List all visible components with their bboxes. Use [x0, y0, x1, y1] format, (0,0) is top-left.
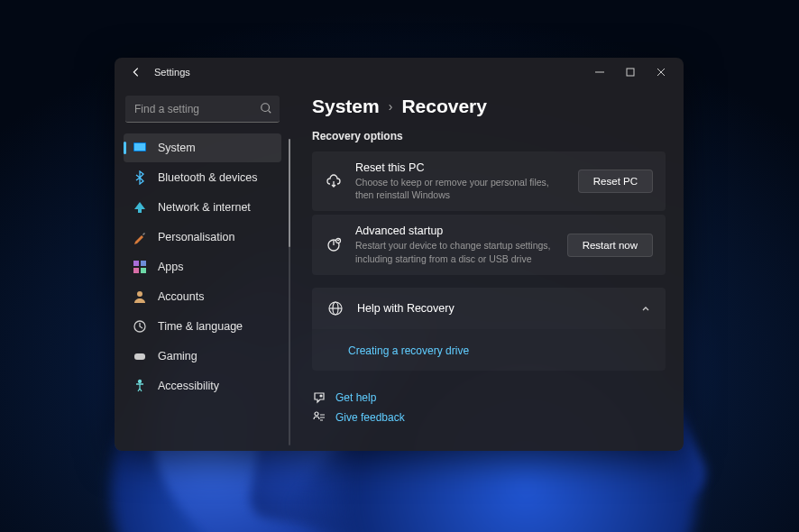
svg-point-17 — [315, 412, 318, 416]
display-icon — [133, 141, 147, 155]
give-feedback-link[interactable]: Give feedback — [312, 410, 666, 425]
section-label: Recovery options — [312, 130, 666, 142]
help-expander-body: Creating a recovery drive — [312, 329, 666, 371]
app-title: Settings — [154, 67, 190, 78]
sidebar-item-label: Gaming — [158, 350, 197, 362]
sidebar-item-time[interactable]: Time & language — [124, 312, 281, 341]
svg-rect-0 — [627, 69, 634, 76]
gaming-icon — [133, 349, 147, 363]
maximize-button[interactable] — [615, 60, 646, 85]
reset-icon — [325, 172, 343, 190]
minimize-button[interactable] — [584, 60, 615, 85]
svg-rect-10 — [134, 353, 145, 360]
svg-rect-6 — [133, 268, 139, 273]
link-label: Get help — [335, 391, 376, 404]
breadcrumb-root[interactable]: System — [312, 96, 380, 117]
sidebar-item-label: Bluetooth & devices — [158, 171, 258, 184]
svg-point-8 — [137, 291, 142, 297]
feedback-icon — [312, 410, 326, 425]
bluetooth-icon — [133, 170, 147, 185]
sidebar-item-label: Network & internet — [158, 201, 251, 214]
reset-pc-button[interactable]: Reset PC — [578, 170, 653, 193]
sidebar-item-personalisation[interactable]: Personalisation — [124, 223, 281, 252]
expander-title: Help with Recovery — [357, 302, 640, 315]
apps-icon — [133, 260, 147, 274]
sidebar-item-apps[interactable]: Apps — [124, 252, 281, 281]
svg-rect-4 — [133, 261, 139, 266]
svg-point-16 — [320, 395, 322, 397]
link-label: Give feedback — [335, 411, 405, 424]
wifi-icon — [133, 200, 147, 215]
accessibility-icon — [133, 379, 147, 393]
restart-now-button[interactable]: Restart now — [567, 234, 653, 257]
help-expander-header[interactable]: Help with Recovery — [312, 288, 666, 329]
chevron-right-icon: › — [389, 99, 393, 114]
reset-pc-card: Reset this PC Choose to keep or remove y… — [312, 151, 666, 211]
sidebar-item-accessibility[interactable]: Accessibility — [124, 371, 281, 400]
sidebar-item-network[interactable]: Network & internet — [124, 193, 281, 222]
sidebar-item-system[interactable]: System — [124, 133, 281, 162]
card-desc: Choose to keep or remove your personal f… — [355, 176, 569, 201]
svg-rect-3 — [134, 143, 145, 151]
sidebar-item-label: Personalisation — [158, 231, 234, 243]
card-title: Advanced startup — [355, 225, 558, 237]
close-button[interactable] — [646, 60, 676, 85]
svg-point-1 — [262, 104, 270, 112]
get-help-link[interactable]: Get help — [312, 390, 666, 405]
main-content: System › Recovery Recovery options Reset… — [290, 87, 684, 451]
search-box — [125, 96, 280, 123]
svg-point-11 — [139, 381, 142, 383]
sidebar-item-label: System — [158, 142, 196, 154]
page-title: Recovery — [401, 96, 487, 117]
person-icon — [133, 289, 147, 304]
advanced-startup-card: Advanced startup Restart your device to … — [312, 215, 666, 274]
card-title: Reset this PC — [355, 161, 569, 174]
search-icon — [260, 102, 272, 118]
power-settings-icon — [325, 236, 343, 254]
globe-icon — [326, 299, 344, 317]
card-desc: Restart your device to change startup se… — [355, 239, 558, 264]
settings-window: Settings System — [115, 58, 684, 451]
search-input[interactable] — [125, 96, 280, 123]
clock-icon — [133, 319, 147, 334]
breadcrumb: System › Recovery — [312, 96, 666, 117]
recovery-drive-link[interactable]: Creating a recovery drive — [348, 344, 469, 357]
sidebar-item-bluetooth[interactable]: Bluetooth & devices — [124, 163, 281, 192]
sidebar-item-label: Apps — [158, 261, 184, 273]
svg-rect-5 — [141, 261, 146, 266]
sidebar-item-gaming[interactable]: Gaming — [124, 342, 281, 371]
help-icon — [312, 390, 326, 405]
titlebar: Settings — [115, 58, 684, 87]
brush-icon — [133, 230, 147, 244]
sidebar-item-label: Accounts — [158, 290, 204, 303]
back-button[interactable] — [125, 61, 147, 83]
sidebar: System Bluetooth & devices Network & int… — [115, 87, 290, 451]
sidebar-item-accounts[interactable]: Accounts — [124, 282, 281, 311]
sidebar-item-label: Time & language — [158, 320, 243, 333]
svg-rect-7 — [141, 268, 146, 273]
sidebar-item-label: Accessibility — [158, 380, 219, 392]
chevron-up-icon — [640, 303, 651, 314]
